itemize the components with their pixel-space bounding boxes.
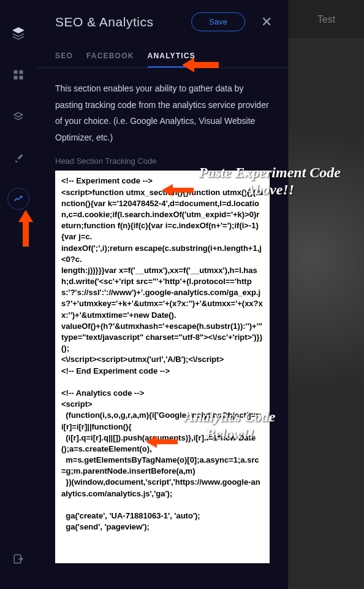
test-label: Test [317,14,335,25]
save-button[interactable]: Save [191,12,245,31]
preview-header: Test [289,0,364,39]
main-panel: SEO & Analytics Save ✕ SEO FACEBOOK ANAL… [37,0,288,589]
page-title: SEO & Analytics [55,15,184,29]
analytics-icon[interactable] [7,188,29,210]
content-area: This section enables your ability to gat… [37,68,288,578]
svg-rect-2 [14,76,18,80]
brush-icon[interactable] [11,151,26,166]
layers-icon[interactable] [11,26,26,40]
exit-icon[interactable] [11,552,26,566]
grid-icon[interactable] [11,67,26,82]
field-label: Head Section Tracking Code [55,156,270,166]
stack-icon[interactable] [11,109,26,124]
tab-facebook[interactable]: FACEBOOK [86,52,134,67]
svg-rect-3 [20,76,23,80]
preview-pane: Test [288,0,364,589]
svg-rect-0 [14,71,18,74]
close-icon[interactable]: ✕ [257,14,276,30]
tab-seo[interactable]: SEO [55,52,73,67]
tracking-code-input[interactable] [55,171,270,563]
panel-header: SEO & Analytics Save ✕ [37,0,288,40]
svg-rect-1 [20,71,23,74]
left-rail [0,0,37,589]
tabs: SEO FACEBOOK ANALYTICS [37,40,288,68]
preview-body [289,39,364,589]
section-description: This section enables your ability to gat… [55,80,270,145]
tab-analytics[interactable]: ANALYTICS [148,52,195,67]
